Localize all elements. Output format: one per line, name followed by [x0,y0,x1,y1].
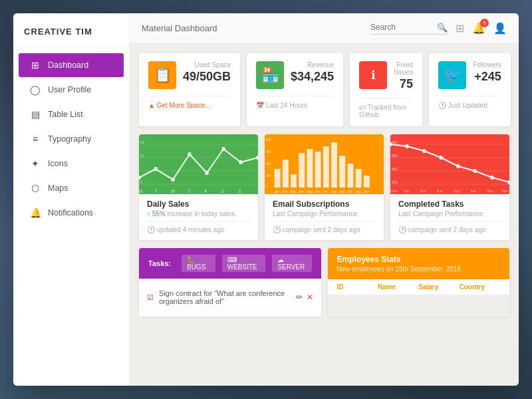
sidebar-item-icons[interactable]: ✦ Icons [19,152,124,176]
task-check-icon[interactable]: ☑ [147,293,154,302]
chart-card-email: 800 600 400 200 0 [265,134,384,240]
stat-card-top: ℹ Fixed Issues 75 [359,61,413,91]
svg-text:40: 40 [140,140,144,144]
task-delete-icon[interactable]: ✕ [307,293,313,302]
stat-footer-text: ▲ Get More Space... [148,102,211,109]
grid-icon[interactable]: ⊞ [456,22,464,35]
svg-text:Dec: Dec [364,190,369,194]
notifications-icon: 🔔 [29,207,41,218]
search-box[interactable]: 🔍 [370,23,448,35]
task-edit-icon[interactable]: ✏ [296,293,303,302]
search-icon[interactable]: 🔍 [437,23,448,33]
page-title: Material Dashboard [142,23,217,33]
svg-point-11 [256,156,258,160]
task-row: ☑ Sign contract for "What are conference… [147,285,313,310]
svg-point-6 [171,178,174,182]
table-icon: ▤ [29,109,41,120]
sidebar-item-typography[interactable]: ≡ Typography [19,127,124,151]
svg-text:Aug: Aug [331,190,336,194]
stat-cards-row: 📋 Used Space 49/50GB ▲ Get More Space...… [139,53,509,126]
svg-text:Mar: Mar [291,190,296,194]
notification-bell-icon[interactable]: 🔔 5 [472,22,485,35]
svg-point-61 [490,176,493,180]
email-subscriptions-chart: 800 600 400 200 0 [265,134,384,194]
employees-header: Employees Stats New employees on 15th Se… [328,248,510,279]
svg-point-58 [439,156,442,160]
col-salary: Salary [418,283,459,291]
stat-card-followers: 🐦 Followers +245 🕐 Just Updated [429,53,511,126]
stat-label: Revenue [291,61,334,68]
content-area: 📋 Used Space 49/50GB ▲ Get More Space...… [130,44,519,386]
stat-label: Used Space [183,61,231,68]
sidebar-item-label: Dashboard [48,61,88,70]
chart-info: Daily Sales ↑ 55% increase in today sale… [139,194,258,240]
employees-table-header: ID Name Salary Country [328,279,510,295]
svg-rect-34 [331,142,337,188]
svg-point-10 [239,160,242,164]
svg-text:Apr: Apr [299,190,303,194]
sidebar-item-notifications[interactable]: 🔔 Notifications [19,201,124,225]
chart-subtitle-text: increase in today sales. [168,210,237,217]
tasks-body: ☑ Sign contract for "What are conference… [139,279,321,317]
app-window: CREATIVE TIM ⊞ Dashboard ◯ User Profile … [13,13,519,386]
topbar: Material Dashboard 🔍 ⊞ 🔔 5 👤 [130,13,519,44]
svg-rect-29 [291,174,297,188]
svg-text:800: 800 [392,140,398,144]
svg-text:400: 400 [392,167,398,171]
svg-text:Jul: Jul [323,190,327,194]
svg-point-62 [507,180,509,184]
svg-text:S: S [238,189,241,194]
svg-point-7 [188,152,191,156]
sidebar-item-label: User Profile [48,85,91,94]
website-tag[interactable]: ⌨ WEBSITE [222,255,266,272]
user-avatar-icon[interactable]: 👤 [493,22,507,35]
stat-card-space: 📋 Used Space 49/50GB ▲ Get More Space... [139,53,240,126]
svg-text:Sep: Sep [339,190,344,194]
stat-card-issues: ℹ Fixed Issues 75 🏷 Tracked from Github [350,53,422,126]
svg-point-5 [154,167,157,171]
task-content: ☑ Sign contract for "What are conference… [147,289,296,305]
sidebar-item-table[interactable]: ▤ Table List [19,102,124,126]
stat-footer: 🏷 Tracked from Github [359,98,413,118]
svg-point-9 [221,147,225,151]
svg-text:600: 600 [392,154,398,158]
sidebar-item-dashboard[interactable]: ⊞ Dashboard [19,53,124,77]
stat-card-revenue: 🏪 Revenue $34,245 📅 Last 24 Hours [247,53,343,126]
sidebar-nav: ⊞ Dashboard ◯ User Profile ▤ Table List … [13,47,129,386]
employees-card: Employees Stats New employees on 15th Se… [328,248,510,317]
svg-text:T: T [154,189,157,194]
svg-rect-35 [339,156,345,188]
stat-card-top: 🐦 Followers +245 [438,61,501,89]
chart-card-daily-sales: M T W T F S S 40 20 0 [139,134,258,240]
daily-sales-chart: M T W T F S S 40 20 0 [139,134,258,194]
sidebar-item-profile[interactable]: ◯ User Profile [19,78,124,102]
search-input[interactable] [370,23,437,32]
svg-text:6am: 6am [487,190,493,193]
stat-footer: 🕐 Just Updated [438,96,501,109]
chart-title: Daily Sales [147,200,250,209]
svg-rect-30 [299,153,305,188]
svg-text:200: 200 [266,174,271,178]
svg-text:6pm: 6pm [420,190,426,193]
task-actions: ✏ ✕ [296,293,313,302]
profile-icon: ◯ [29,84,41,95]
svg-rect-36 [347,164,353,188]
sidebar-item-maps[interactable]: ⬡ Maps [19,176,124,200]
svg-text:Feb: Feb [283,190,288,194]
col-id: ID [337,283,378,291]
svg-text:0: 0 [266,184,268,189]
dashboard-icon: ⊞ [29,60,41,70]
stat-footer: 📅 Last 24 Hours [256,96,334,109]
employees-subtitle: New employees on 15th September, 2016 [337,265,501,273]
svg-text:Jun: Jun [315,190,320,194]
svg-text:F: F [204,189,207,194]
svg-point-56 [405,144,408,148]
server-tag[interactable]: ☁ SERVER [272,255,311,272]
stat-value: 75 [394,77,413,91]
svg-text:400: 400 [266,162,271,166]
chart-title: Completed Tasks [398,200,501,209]
stat-label: Fixed Issues [394,61,413,76]
svg-text:Jan: Jan [275,190,279,194]
svg-text:T: T [188,189,190,194]
bugs-tag[interactable]: 🐛 BUGS [182,255,215,272]
